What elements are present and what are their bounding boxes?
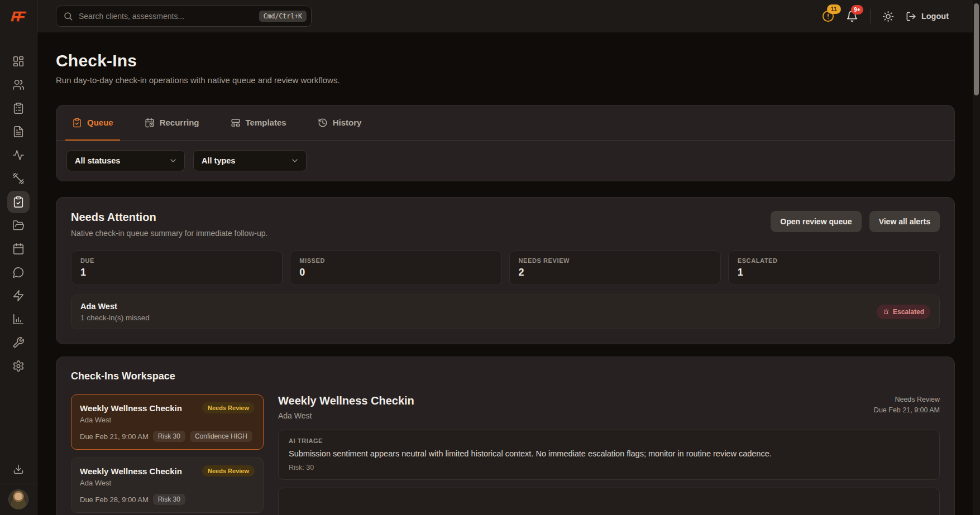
- page-title: Check-Ins: [56, 51, 955, 70]
- type-filter-select[interactable]: All types: [193, 150, 307, 171]
- stat-escalated: ESCALATED 1: [728, 251, 940, 285]
- sidebar-item-activity[interactable]: [7, 144, 30, 166]
- clients-icon: [12, 79, 25, 91]
- needs-review-badge: Needs Review: [202, 465, 255, 477]
- recurring-tab-icon: [145, 118, 155, 128]
- sidebar-item-tools[interactable]: [7, 331, 30, 354]
- notifications-button[interactable]: 9+: [846, 10, 858, 22]
- sidebar-item-clients[interactable]: [7, 74, 30, 96]
- sidebar-item-dashboard[interactable]: [7, 50, 30, 73]
- needs-attention-card: Needs Attention Native check-in queue su…: [56, 197, 955, 344]
- sidebar-item-documents[interactable]: [7, 121, 30, 143]
- stat-needs-review: NEEDS REVIEW 2: [509, 251, 721, 285]
- alert-info: Ada West 1 check-in(s) missed: [80, 302, 150, 322]
- chevron-down-icon: [169, 156, 178, 165]
- alert-detail: 1 check-in(s) missed: [80, 314, 150, 322]
- status-filter-select[interactable]: All statuses: [66, 150, 185, 171]
- queue-toolbar-card: Queue Recurring Templates History All st…: [56, 105, 955, 181]
- siren-icon: [883, 309, 890, 315]
- queue-list: Weekly Wellness Checkin Needs Review Ada…: [71, 394, 264, 515]
- download-button[interactable]: [0, 464, 37, 475]
- topbar-actions: 11 9+ Logout: [822, 0, 949, 32]
- checkin-detail-panel: Weekly Wellness Checkin Ada West Needs R…: [278, 394, 940, 515]
- topbar: Cmd/Ctrl+K 11 9+ Logout: [37, 0, 980, 32]
- ai-triage-label: AI TRIAGE: [289, 437, 929, 444]
- logout-label: Logout: [921, 12, 949, 21]
- checkins-tabs: Queue Recurring Templates History: [56, 105, 954, 141]
- logout-icon: [906, 11, 916, 22]
- queue-item[interactable]: Weekly Wellness Checkin Needs Review Ada…: [71, 394, 264, 450]
- needs-attention-title: Needs Attention: [71, 211, 267, 224]
- queue-item-title: Weekly Wellness Checkin: [80, 466, 182, 476]
- search-bar[interactable]: Cmd/Ctrl+K: [56, 6, 312, 27]
- sidebar-item-files[interactable]: [7, 214, 30, 237]
- escalated-badge: Escalated: [877, 305, 930, 319]
- needs-attention-actions: Open review queue View all alerts: [771, 211, 940, 232]
- sidebar-item-settings[interactable]: [7, 355, 30, 377]
- view-all-alerts-button[interactable]: View all alerts: [869, 211, 940, 232]
- scrollbar-thumb[interactable]: [974, 3, 979, 95]
- stat-missed: MISSED 0: [290, 251, 501, 285]
- dashboard-icon: [12, 55, 25, 68]
- risk-pill: Risk 30: [153, 431, 185, 442]
- needs-review-badge: Needs Review: [202, 402, 255, 413]
- type-filter-value: All types: [202, 156, 235, 165]
- templates-tab-icon: [231, 118, 241, 128]
- main-content: Check-Ins Run day-to-day check-in operat…: [37, 32, 980, 515]
- queue-item-title: Weekly Wellness Checkin: [80, 403, 182, 413]
- tab-queue[interactable]: Queue: [65, 105, 120, 141]
- queue-stats: DUE 1 MISSED 0 NEEDS REVIEW 2 ESCALATED …: [71, 251, 940, 285]
- sidebar-item-check-ins[interactable]: [7, 191, 30, 213]
- queue-item-due: Due Feb 21, 9:00 AM: [80, 432, 149, 441]
- alert-client-name: Ada West: [80, 302, 150, 311]
- sidebar-item-assessments[interactable]: [7, 97, 30, 119]
- history-tab-icon: [318, 118, 328, 128]
- tab-history[interactable]: History: [311, 105, 369, 141]
- search-shortcut-badge: Cmd/Ctrl+K: [259, 11, 307, 22]
- theme-toggle-button[interactable]: [882, 11, 894, 22]
- tab-recurring[interactable]: Recurring: [138, 105, 206, 141]
- stat-due: DUE 1: [71, 251, 283, 285]
- sidebar-item-messages[interactable]: [7, 261, 30, 283]
- tab-templates[interactable]: Templates: [224, 105, 293, 141]
- tab-recurring-label: Recurring: [160, 118, 199, 127]
- logout-button[interactable]: Logout: [906, 11, 949, 22]
- automations-icon: [12, 290, 25, 302]
- download-icon: [13, 464, 24, 475]
- calendar-icon: [12, 243, 25, 255]
- stat-value: 1: [80, 267, 273, 278]
- queue-item[interactable]: Weekly Wellness Checkin Needs Review Ada…: [71, 458, 264, 513]
- detail-status: Needs Review: [874, 394, 940, 405]
- detail-client: Ada West: [278, 411, 414, 420]
- needs-attention-header: Needs Attention Native check-in queue su…: [71, 211, 267, 238]
- attention-alert-row[interactable]: Ada West 1 check-in(s) missed Escalated: [71, 295, 940, 329]
- ai-triage-text: Submission sentiment appears neutral wit…: [289, 449, 929, 458]
- sidebar-item-calendar[interactable]: [7, 238, 30, 260]
- sidebar-item-analytics[interactable]: [7, 308, 30, 330]
- analytics-icon: [12, 313, 25, 325]
- open-review-queue-button[interactable]: Open review queue: [771, 211, 861, 232]
- detail-meta: Needs Review Due Feb 21, 9:00 AM: [874, 394, 940, 416]
- page-scrollbar[interactable]: [973, 0, 980, 515]
- search-icon: [63, 11, 73, 21]
- queue-item-due: Due Feb 28, 9:00 AM: [80, 495, 149, 504]
- search-input[interactable]: [79, 12, 254, 21]
- tab-queue-label: Queue: [87, 118, 113, 127]
- stat-label: NEEDS REVIEW: [519, 257, 711, 264]
- messages-icon: [12, 266, 25, 278]
- checkins-icon: [12, 196, 25, 208]
- workspace-title: Check-Ins Workspace: [71, 370, 940, 382]
- needs-attention-subtitle: Native check-in queue summary for immedi…: [71, 229, 267, 238]
- stat-label: DUE: [80, 257, 273, 264]
- avatar[interactable]: [8, 489, 28, 509]
- sidebar-item-training[interactable]: [7, 167, 30, 190]
- stat-value: 2: [519, 267, 711, 278]
- notifications-count-badge: 9+: [851, 5, 863, 15]
- sidebar: FF: [0, 0, 37, 515]
- app-logo[interactable]: FF: [0, 0, 39, 32]
- activity-icon: [12, 149, 25, 161]
- stat-value: 0: [299, 267, 492, 278]
- chevron-down-icon: [290, 156, 299, 165]
- sidebar-item-automations[interactable]: [7, 285, 30, 307]
- alerts-button[interactable]: 11: [822, 10, 834, 22]
